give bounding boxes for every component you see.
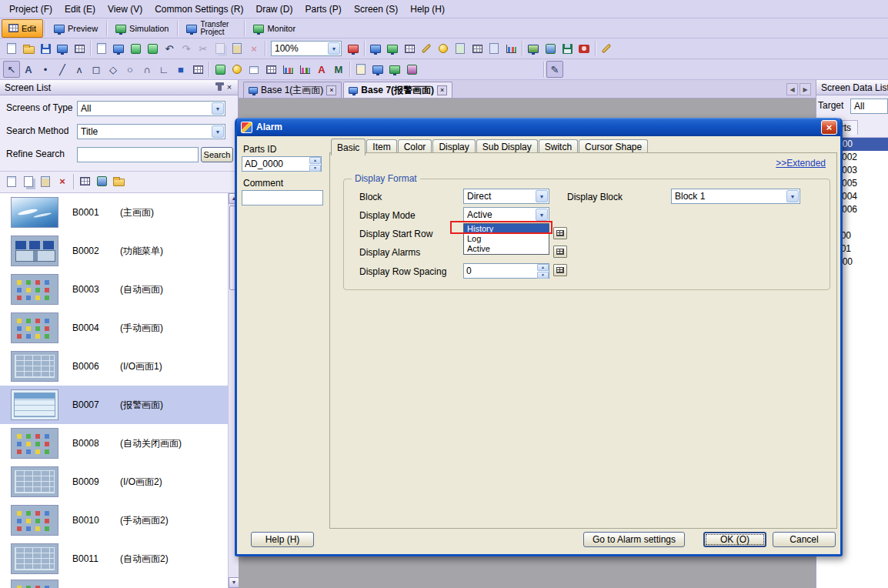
message-part-icon[interactable]: M xyxy=(330,61,347,78)
target-select[interactable]: All xyxy=(850,99,888,114)
close-dialog-icon[interactable]: × xyxy=(821,120,837,135)
alarm-part-icon[interactable]: A xyxy=(313,61,330,78)
symbol-register-icon[interactable] xyxy=(486,40,502,57)
sort-icon[interactable] xyxy=(110,173,127,190)
historical-trend-part-icon[interactable] xyxy=(296,61,313,78)
chevron-down-icon[interactable]: ▼ xyxy=(328,42,340,55)
security-key-icon[interactable] xyxy=(418,40,435,57)
menu-screen[interactable]: Screen (S) xyxy=(348,2,404,17)
watch-list-icon[interactable] xyxy=(502,40,519,57)
text-tool-icon[interactable]: A xyxy=(20,61,37,78)
paste-screen-icon[interactable] xyxy=(37,173,54,190)
circle-tool-icon[interactable]: ○ xyxy=(122,61,139,78)
screen-list-item-b0009[interactable]: B0009 (I/O画面2) xyxy=(0,463,239,501)
search-method-select[interactable]: Title ▼ xyxy=(77,124,225,139)
save-project-icon[interactable] xyxy=(37,40,54,57)
screen-list-item-partial[interactable] xyxy=(0,578,239,588)
screen-attribute-icon[interactable] xyxy=(76,173,93,190)
cancel-button[interactable]: Cancel xyxy=(773,532,836,547)
package-receive-icon[interactable] xyxy=(144,40,161,57)
paste-icon[interactable] xyxy=(229,40,245,57)
chevron-down-icon[interactable]: ▼ xyxy=(212,102,224,115)
screens-of-type-select[interactable]: All ▼ xyxy=(77,101,225,116)
change-screen-icon[interactable] xyxy=(345,40,362,57)
row-spacing-keypad-button[interactable] xyxy=(553,264,567,276)
screen-list-item-b0004[interactable]: B0004 (手动画面) xyxy=(0,309,239,347)
special-part-icon[interactable] xyxy=(403,61,420,78)
chevron-down-icon[interactable]: ▼ xyxy=(536,190,548,202)
dropdown-option-active[interactable]: Active xyxy=(464,244,549,254)
tab-base1[interactable]: Base 1(主画面) × xyxy=(243,82,342,98)
polyline-tool-icon[interactable]: ʌ xyxy=(71,61,88,78)
preview-button[interactable]: Preview xyxy=(47,19,105,38)
simulation-button[interactable]: Simulation xyxy=(108,19,175,38)
pin-icon[interactable] xyxy=(218,82,222,91)
zoom-select[interactable]: 100% ▼ xyxy=(271,41,342,56)
close-tab-icon[interactable]: × xyxy=(437,85,447,95)
extended-link[interactable]: >>Extended xyxy=(776,158,826,169)
menu-view[interactable]: View (V) xyxy=(102,2,149,17)
menu-project[interactable]: Project (F) xyxy=(3,2,58,17)
close-panel-icon[interactable]: × xyxy=(224,82,235,93)
arc-tool-icon[interactable]: ∩ xyxy=(139,61,155,78)
graph-part-icon[interactable] xyxy=(279,61,296,78)
package-icon[interactable] xyxy=(93,173,110,190)
memory-loader-icon[interactable] xyxy=(559,40,576,57)
copy-icon[interactable] xyxy=(212,40,229,57)
dropdown-option-history[interactable]: History xyxy=(464,224,549,234)
dropdown-option-log[interactable]: Log xyxy=(464,234,549,244)
cut-icon[interactable]: ✂ xyxy=(195,40,212,57)
menu-draw[interactable]: Draw (D) xyxy=(250,2,299,17)
switch-part-icon[interactable] xyxy=(212,61,229,78)
menu-common-settings[interactable]: Common Settings (R) xyxy=(149,2,249,17)
tab-scroll-left-icon[interactable]: ◀ xyxy=(786,83,798,95)
chevron-down-icon[interactable]: ▼ xyxy=(786,190,799,202)
go-to-alarm-settings-button[interactable]: Go to Alarm settings xyxy=(583,532,685,547)
window-part-icon[interactable] xyxy=(369,61,386,78)
tab-scroll-right-icon[interactable]: ▶ xyxy=(800,83,811,95)
camera-viewer-icon[interactable] xyxy=(576,40,593,57)
close-project-icon[interactable] xyxy=(54,40,71,57)
scale-tool-icon[interactable]: ∟ xyxy=(155,61,172,78)
information-icon[interactable] xyxy=(435,40,452,57)
search-button[interactable]: Search xyxy=(201,147,233,162)
delete-icon[interactable]: × xyxy=(245,40,262,57)
undo-icon[interactable]: ↶ xyxy=(161,40,178,57)
display-mode-select[interactable]: Active ▼ xyxy=(463,207,549,222)
transfer-project-button[interactable]: Transfer Project xyxy=(179,19,242,38)
alarms-keypad-button[interactable] xyxy=(553,246,567,258)
filled-rectangle-tool-icon[interactable]: ■ xyxy=(172,61,189,78)
screen-list-item-b0011[interactable]: B0011 (自动画面2) xyxy=(0,540,239,578)
edit-mode-button[interactable]: Edit xyxy=(2,19,43,38)
new-screen-icon[interactable] xyxy=(3,173,20,190)
polygon-tool-icon[interactable]: ◇ xyxy=(105,61,122,78)
screen-jump-icon[interactable] xyxy=(367,40,384,57)
display-block-select[interactable]: Block 1 ▼ xyxy=(671,189,800,204)
rectangle-tool-icon[interactable]: ◻ xyxy=(88,61,105,78)
start-row-keypad-button[interactable] xyxy=(553,227,567,239)
tab-base7[interactable]: Base 7(报警画面) × xyxy=(343,82,452,98)
line-tool-icon[interactable]: ╱ xyxy=(54,61,71,78)
refine-search-input[interactable] xyxy=(77,147,199,162)
screen-list-item-b0008[interactable]: B0008 (自动关闭画面) xyxy=(0,424,239,463)
pencil-edit-icon[interactable]: ✎ xyxy=(546,61,563,78)
table-tool-icon[interactable] xyxy=(189,61,206,78)
open-project-icon[interactable] xyxy=(20,40,37,57)
keypad-part-icon[interactable] xyxy=(262,61,279,78)
package-transfer-icon[interactable] xyxy=(127,40,144,57)
customize-wrench-icon[interactable] xyxy=(598,40,615,57)
block-select[interactable]: Direct ▼ xyxy=(463,189,549,204)
print-icon[interactable] xyxy=(71,40,88,57)
chevron-down-icon[interactable]: ▼ xyxy=(212,125,224,138)
new-screen-icon[interactable] xyxy=(93,40,110,57)
picture-part-icon[interactable] xyxy=(386,61,403,78)
comment-list-icon[interactable] xyxy=(452,40,469,57)
screen-list-item-b0002[interactable]: B0002 (功能菜单) xyxy=(0,232,239,270)
scroll-down-icon[interactable]: ▼ xyxy=(229,577,239,588)
screen-list-item-b0003[interactable]: B0003 (自动画面) xyxy=(0,270,239,309)
ok-button[interactable]: OK (O) xyxy=(703,532,766,547)
alarm-dialog-titlebar[interactable]: Alarm × xyxy=(237,118,840,136)
comment-field[interactable] xyxy=(242,190,323,205)
monitor-button[interactable]: Monitor xyxy=(246,19,302,38)
close-tab-icon[interactable]: × xyxy=(326,85,336,95)
